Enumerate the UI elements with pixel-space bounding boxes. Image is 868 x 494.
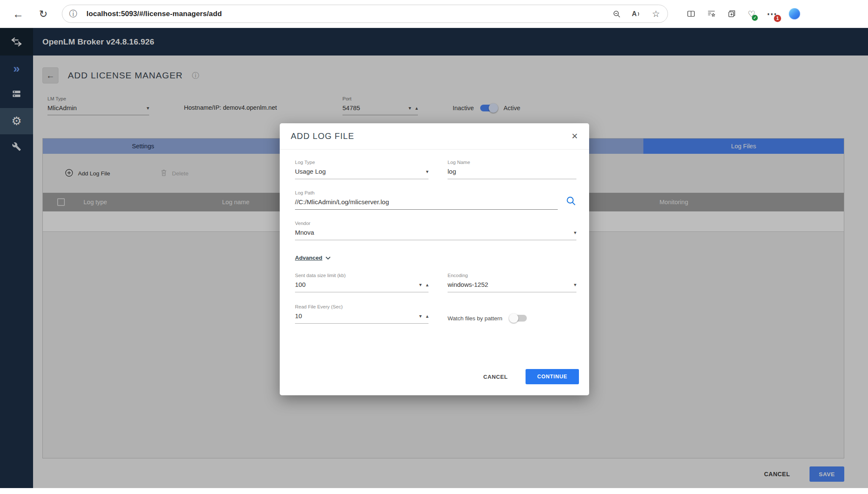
split-screen-icon[interactable] bbox=[687, 9, 696, 18]
log-type-select[interactable]: Log Type Usage Log ▾ bbox=[295, 160, 428, 179]
copilot-icon[interactable] bbox=[789, 8, 800, 19]
more-menu-icon[interactable]: ⋯ 1 bbox=[767, 8, 777, 20]
sent-data-size-field[interactable]: Sent data size limit (kb) 100 ▾ ▴ bbox=[295, 273, 428, 292]
favorite-star-icon[interactable]: ☆ bbox=[652, 9, 660, 19]
site-info-icon[interactable]: ⓘ bbox=[69, 8, 77, 19]
app-window: OpenLM Broker v24.8.16.926 » ⚙ bbox=[0, 28, 868, 488]
browser-essentials-icon[interactable]: ♡ ✓ bbox=[748, 9, 755, 19]
chevron-down-icon: ▾ bbox=[574, 230, 576, 236]
add-log-file-dialog: ADD LOG FILE ✕ Log Type Usage Log ▾ Log … bbox=[280, 123, 589, 395]
watch-pattern-label: Watch files by pattern bbox=[448, 315, 502, 322]
browser-back-icon[interactable]: ← bbox=[13, 8, 24, 19]
window-bottom-strip bbox=[0, 488, 868, 494]
browser-chrome: ← ↻ ⓘ localhost:5093/#/license-managers/… bbox=[0, 0, 868, 28]
read-spin-up-icon[interactable]: ▴ bbox=[426, 313, 428, 319]
chevron-down-icon: ▾ bbox=[574, 282, 576, 288]
chevron-down-icon: ▾ bbox=[426, 169, 428, 175]
log-name-input[interactable]: Log Name log bbox=[448, 160, 576, 179]
advanced-toggle[interactable]: Advanced bbox=[295, 255, 576, 261]
dialog-cancel-button[interactable]: CANCEL bbox=[483, 374, 508, 380]
read-aloud-icon[interactable]: A bbox=[632, 10, 641, 18]
notification-badge: 1 bbox=[774, 15, 781, 22]
browser-refresh-icon[interactable]: ↻ bbox=[39, 9, 47, 19]
encoding-select[interactable]: Encoding windows-1252 ▾ bbox=[448, 273, 576, 292]
favorites-bar-icon[interactable] bbox=[707, 9, 716, 18]
watch-pattern-toggle[interactable] bbox=[510, 315, 527, 322]
collections-icon[interactable] bbox=[727, 9, 736, 18]
log-path-input[interactable]: Log Path //C:/MlicAdmin/Log/mlicserver.l… bbox=[295, 190, 558, 210]
size-spin-down-icon[interactable]: ▾ bbox=[419, 282, 422, 288]
chevron-down-icon bbox=[326, 256, 331, 260]
search-icon[interactable] bbox=[565, 195, 576, 210]
url-text: localhost:5093/#/license-managers/add bbox=[86, 10, 612, 18]
close-icon[interactable]: ✕ bbox=[571, 131, 578, 141]
address-bar[interactable]: ⓘ localhost:5093/#/license-managers/add … bbox=[62, 5, 668, 23]
dialog-title: ADD LOG FILE bbox=[291, 131, 354, 141]
size-spin-up-icon[interactable]: ▴ bbox=[426, 282, 428, 288]
zoom-out-icon[interactable] bbox=[612, 10, 621, 18]
read-spin-down-icon[interactable]: ▾ bbox=[419, 313, 422, 319]
dialog-continue-button[interactable]: CONTINUE bbox=[526, 369, 579, 384]
read-file-every-field[interactable]: Read File Every (Sec) 10 ▾ ▴ bbox=[295, 304, 428, 324]
vendor-select[interactable]: Vendor Mnova ▾ bbox=[295, 221, 576, 240]
essentials-check-badge: ✓ bbox=[752, 15, 758, 21]
